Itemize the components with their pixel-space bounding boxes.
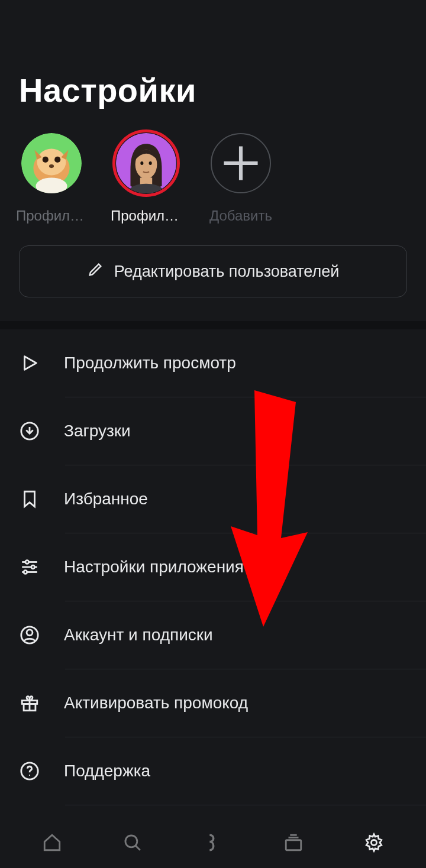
svg-point-30: [125, 835, 137, 847]
add-profile-button[interactable]: Добавить: [208, 133, 273, 224]
menu-item-downloads[interactable]: Загрузки: [0, 397, 426, 465]
svg-point-3: [43, 157, 49, 163]
nav-search[interactable]: [121, 832, 144, 856]
svg-marker-15: [25, 357, 37, 370]
content: Настройки Профиль: [0, 0, 426, 818]
bottom-nav: [0, 818, 426, 868]
svg-point-8: [135, 150, 157, 179]
settings-page: Настройки Профиль: [0, 0, 426, 868]
home-icon: [42, 833, 62, 855]
help-icon: [19, 760, 40, 782]
svg-point-10: [149, 161, 152, 165]
add-profile-label: Добавить: [209, 208, 272, 224]
menu-item-label: Продолжить просмотр: [64, 354, 407, 373]
menu-item-app-settings[interactable]: Настройки приложения: [0, 533, 426, 601]
svg-point-35: [371, 840, 376, 845]
nav-logo[interactable]: [201, 832, 225, 856]
menu-item-label: Настройки приложения: [64, 558, 407, 576]
settings-icon: [364, 833, 384, 855]
svg-point-9: [140, 161, 143, 165]
profile-item-0[interactable]: Профиль …: [19, 133, 84, 224]
svg-rect-11: [140, 177, 152, 189]
svg-point-18: [25, 561, 29, 564]
menu-item-support[interactable]: Поддержка: [0, 737, 426, 805]
menu-item-favorites[interactable]: Избранное: [0, 465, 426, 533]
svg-rect-32: [286, 840, 301, 850]
svg-point-5: [49, 164, 54, 168]
edit-users-button[interactable]: Редактировать пользователей: [19, 245, 407, 297]
avatar-image-cat: [21, 133, 82, 193]
menu-item-continue-watching[interactable]: Продолжить просмотр: [0, 329, 426, 397]
svg-point-2: [37, 149, 66, 176]
settings-menu: Продолжить просмотр Загрузки Избранное: [0, 329, 426, 805]
download-icon: [19, 420, 40, 442]
divider: [65, 805, 426, 805]
search-icon: [122, 833, 143, 855]
play-icon: [19, 352, 40, 374]
avatar: [116, 133, 176, 193]
edit-users-label: Редактировать пользователей: [114, 263, 339, 281]
avatar: [21, 133, 82, 193]
nav-home[interactable]: [40, 832, 64, 856]
profile-label: Профиль …: [16, 208, 87, 224]
logo-icon: [203, 833, 223, 855]
svg-point-12: [129, 184, 163, 193]
svg-point-7: [116, 133, 176, 193]
profiles-row: Профиль … Профиль …: [0, 109, 426, 224]
section-divider: [0, 321, 426, 329]
profile-item-1[interactable]: Профиль …: [114, 133, 179, 224]
svg-point-20: [31, 565, 35, 569]
menu-item-account-subscriptions[interactable]: Аккаунт и подписки: [0, 601, 426, 669]
nav-settings[interactable]: [362, 832, 386, 856]
nav-library[interactable]: [282, 832, 305, 856]
svg-point-22: [24, 571, 27, 574]
library-icon: [283, 833, 304, 855]
profile-label: Профиль …: [111, 208, 182, 224]
menu-item-label: Аккаунт и подписки: [64, 626, 407, 644]
menu-item-label: Активировать промокод: [64, 694, 407, 712]
svg-point-24: [27, 630, 33, 636]
menu-item-label: Загрузки: [64, 422, 407, 441]
account-icon: [19, 624, 40, 646]
menu-item-activate-promo[interactable]: Активировать промокод: [0, 669, 426, 737]
menu-item-label: Избранное: [64, 490, 407, 509]
svg-line-31: [135, 846, 140, 850]
pencil-icon: [87, 261, 104, 282]
svg-point-4: [54, 157, 60, 163]
svg-point-29: [29, 775, 30, 776]
menu-item-label: Поддержка: [64, 762, 407, 780]
plus-icon: [211, 133, 271, 193]
gift-icon: [19, 692, 40, 714]
avatar-image-woman: [116, 133, 176, 193]
header: Настройки: [0, 0, 426, 109]
page-title: Настройки: [19, 71, 407, 109]
sliders-icon: [19, 556, 40, 578]
bookmark-icon: [19, 488, 40, 510]
